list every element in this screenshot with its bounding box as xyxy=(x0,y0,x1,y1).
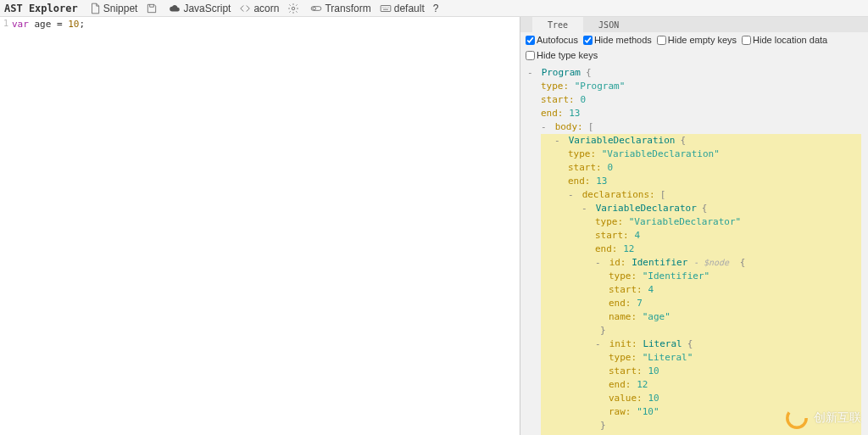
code-line: 1 var age = 10; xyxy=(0,19,520,30)
snippet-menu[interactable]: Snippet xyxy=(89,3,138,14)
svg-point-0 xyxy=(292,7,296,10)
gear-icon xyxy=(287,3,299,14)
opt-hide-methods[interactable]: Hide methods xyxy=(583,35,652,45)
node-variable-declaration[interactable]: VariableDeclaration xyxy=(569,135,676,146)
node-literal[interactable]: Literal xyxy=(643,338,682,349)
parser-menu[interactable]: acorn xyxy=(239,3,279,14)
collapse-icon[interactable]: - xyxy=(595,337,604,351)
logo-icon xyxy=(785,406,809,430)
watermark: 创新互联 xyxy=(785,406,861,430)
checkbox-hide-type-keys[interactable] xyxy=(526,51,535,60)
svg-rect-3 xyxy=(381,5,391,11)
output-tabs: Tree JSON xyxy=(520,17,868,32)
collapse-icon[interactable]: - xyxy=(527,66,536,80)
snippet-label: Snippet xyxy=(103,3,138,14)
code-content: var age = 10; xyxy=(12,19,85,30)
opt-hide-location-data[interactable]: Hide location data xyxy=(742,35,827,45)
svg-point-2 xyxy=(313,7,316,10)
tab-json[interactable]: JSON xyxy=(583,17,634,32)
transform-toggle[interactable]: Transform xyxy=(310,3,370,14)
line-number: 1 xyxy=(0,19,12,30)
svg-point-4 xyxy=(787,409,806,427)
file-icon xyxy=(89,3,101,14)
ast-tree[interactable]: - Program{ type: "Program" start: 0 end:… xyxy=(520,63,868,435)
parser-settings-button[interactable] xyxy=(287,3,302,14)
help-label: ? xyxy=(433,3,439,14)
opt-hide-type-keys[interactable]: Hide type keys xyxy=(526,50,598,60)
code-editor[interactable]: 1 var age = 10; xyxy=(0,17,520,435)
save-button[interactable] xyxy=(146,3,160,14)
checkbox-autofocus[interactable] xyxy=(526,36,535,45)
checkbox-hide-methods[interactable] xyxy=(583,36,593,45)
main: 1 var age = 10; Tree JSON Autofocus Hide… xyxy=(0,17,868,435)
keymap-label: default xyxy=(394,3,425,14)
collapse-icon[interactable]: - xyxy=(581,202,590,215)
opt-autofocus[interactable]: Autofocus xyxy=(526,35,578,45)
language-label: JavaScript xyxy=(183,3,231,14)
tree-options: Autofocus Hide methods Hide empty keys H… xyxy=(520,32,868,63)
node-program[interactable]: Program xyxy=(542,67,581,78)
help-button[interactable]: ? xyxy=(433,3,439,14)
checkbox-hide-location-data[interactable] xyxy=(742,36,751,45)
opt-hide-empty-keys[interactable]: Hide empty keys xyxy=(657,35,737,45)
tab-tree[interactable]: Tree xyxy=(532,17,583,32)
output-panel: Tree JSON Autofocus Hide methods Hide em… xyxy=(520,17,868,435)
collapse-icon[interactable]: - xyxy=(554,134,563,148)
keyboard-icon xyxy=(380,3,392,14)
language-menu[interactable]: JavaScript xyxy=(169,3,231,14)
node-identifier[interactable]: Identifier xyxy=(632,257,687,268)
cloud-icon xyxy=(169,3,181,14)
toolbar: AST Explorer Snippet JavaScript acorn Tr… xyxy=(0,0,868,17)
collapse-icon[interactable]: - xyxy=(568,188,576,202)
parser-label: acorn xyxy=(253,3,279,14)
collapse-icon[interactable]: - xyxy=(541,120,549,134)
node-variable-declarator[interactable]: VariableDeclarator xyxy=(596,203,697,214)
watermark-text: 创新互联 xyxy=(814,410,861,426)
checkbox-hide-empty-keys[interactable] xyxy=(657,36,666,45)
app-title: AST Explorer xyxy=(4,3,78,14)
code-icon xyxy=(239,3,251,14)
transform-label: Transform xyxy=(325,3,370,14)
toggle-icon xyxy=(310,3,322,14)
keymap-menu[interactable]: default xyxy=(380,3,425,14)
collapse-icon[interactable]: - xyxy=(595,256,604,270)
save-icon xyxy=(146,3,158,14)
